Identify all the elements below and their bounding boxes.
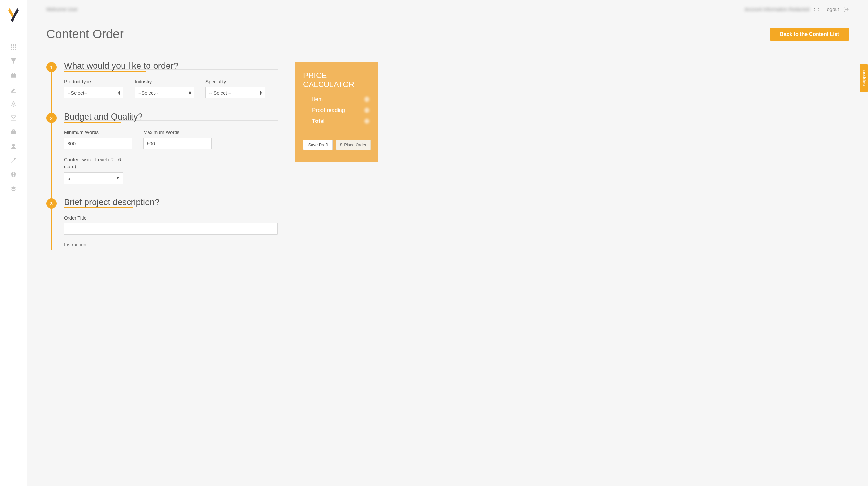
step-number-1: 1 [46,62,57,72]
min-words-label: Minimum Words [64,130,132,135]
sidebar-item-briefcase[interactable] [0,68,27,83]
calc-proof-label: Proof reading [312,107,345,114]
max-words-input[interactable] [144,137,212,149]
calc-title: PRICE CALCULATOR [303,71,371,89]
place-order-label: Place Order [344,142,366,147]
account-text: Account Information Redacted [745,6,809,12]
svg-rect-5 [15,46,17,48]
industry-select[interactable]: --Select-- [135,87,194,98]
sidebar-item-tools[interactable] [0,153,27,167]
step-1-title: What would you like to order? [64,61,179,72]
svg-point-12 [12,103,15,105]
sidebar-item-education[interactable] [0,182,27,196]
svg-rect-1 [13,44,14,46]
min-words-input[interactable] [64,137,132,149]
sidebar-item-settings[interactable] [0,97,27,111]
logout-icon[interactable] [843,7,849,12]
calc-total-label: Total [312,118,325,124]
sidebar-item-filter[interactable] [0,54,27,68]
speciality-select[interactable]: -- Select -- [206,87,265,98]
svg-rect-2 [15,44,17,46]
svg-rect-3 [10,46,12,48]
product-type-select[interactable]: --Select-- [64,87,123,98]
sidebar-item-apps[interactable] [0,40,27,54]
sidebar-item-edit[interactable] [0,83,27,97]
sidebar-item-user[interactable] [0,139,27,153]
svg-rect-9 [10,74,17,78]
svg-rect-13 [10,116,17,120]
max-words-label: Maximum Words [144,130,212,135]
speciality-label: Speciality [206,79,265,84]
sidebar [0,0,27,486]
calc-proof-value [364,108,369,113]
support-tab[interactable]: Support [860,64,868,92]
page-title: Content Order [46,27,124,41]
calc-total-value [364,119,369,124]
colons-separator: : : [814,6,820,12]
product-type-label: Product type [64,79,123,84]
svg-rect-14 [10,131,17,134]
calc-divider [296,132,378,132]
writer-level-label: Content writer Level ( 2 - 6 stars) [64,156,122,170]
step-2-title: Budget and Quality? [64,112,143,123]
calc-item-value [364,97,369,102]
svg-rect-8 [15,49,17,51]
dollar-icon: $ [340,142,342,147]
calc-item-label: Item [312,96,323,102]
place-order-button[interactable]: $ Place Order [336,139,371,150]
logout-link[interactable]: Logout [824,6,839,12]
step-2: 2 Budget and Quality? Minimum Words Maxi… [46,113,278,184]
sidebar-item-globe[interactable] [0,167,27,182]
logo [8,8,19,23]
sidebar-item-messages[interactable] [0,111,27,125]
svg-point-16 [12,144,15,147]
price-calculator: PRICE CALCULATOR Item Proof reading Tota… [296,62,378,162]
step-1: 1 What would you like to order? Product … [46,62,278,98]
order-title-input[interactable] [64,223,278,235]
svg-rect-6 [10,49,12,51]
svg-rect-10 [12,73,15,74]
divider [46,49,849,49]
instruction-label: Instruction [64,242,278,247]
svg-rect-4 [13,46,14,48]
svg-rect-7 [13,49,14,51]
step-3-title: Brief project description? [64,197,159,208]
greeting-text: Welcome User [46,6,78,12]
topbar: Welcome User Account Information Redacte… [46,0,849,17]
order-title-label: Order Title [64,215,278,221]
svg-rect-0 [10,44,12,46]
save-draft-button[interactable]: Save Draft [303,139,333,150]
back-to-content-list-button[interactable]: Back to the Content List [770,28,849,41]
svg-rect-15 [12,130,15,130]
step-3: 3 Brief project description? Order Title… [46,198,278,250]
step-number-3: 3 [46,198,57,208]
step-number-2: 2 [46,113,57,123]
writer-level-select[interactable]: 5 [64,172,123,184]
industry-label: Industry [135,79,194,84]
sidebar-item-briefcase-2[interactable] [0,125,27,139]
